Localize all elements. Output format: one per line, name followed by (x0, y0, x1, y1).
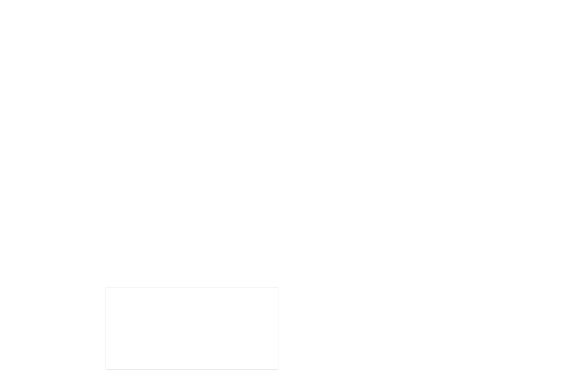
histogram-chart[interactable] (106, 288, 278, 370)
chart-y-axis-title[interactable] (110, 308, 117, 339)
chart-legend[interactable] (244, 333, 250, 337)
legend-swatch-icon (244, 333, 248, 337)
spreadsheet (0, 0, 588, 383)
histogram-plot (106, 288, 278, 369)
